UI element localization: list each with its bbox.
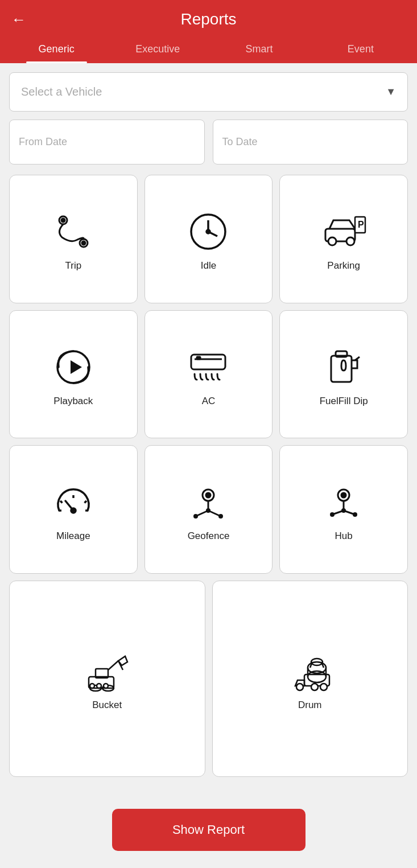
report-item-idle[interactable]: Idle bbox=[144, 175, 273, 303]
svg-line-47 bbox=[108, 661, 118, 670]
playback-label: Playback bbox=[53, 396, 93, 407]
idle-icon bbox=[185, 209, 231, 254]
drum-label: Drum bbox=[298, 700, 322, 711]
report-item-geofence[interactable]: Geofence bbox=[144, 445, 273, 574]
fuelfill-label: FuelFill Dip bbox=[320, 396, 368, 407]
svg-point-49 bbox=[90, 684, 94, 688]
svg-point-42 bbox=[341, 508, 346, 513]
report-item-fuelfill[interactable]: FuelFill Dip bbox=[279, 310, 408, 439]
svg-rect-18 bbox=[336, 351, 347, 357]
date-row: From Date To Date bbox=[9, 120, 408, 164]
tab-generic[interactable]: Generic bbox=[6, 35, 107, 63]
svg-line-21 bbox=[60, 501, 63, 503]
tab-bar: Generic Executive Smart Event bbox=[0, 35, 417, 63]
drum-icon bbox=[287, 648, 333, 694]
svg-point-7 bbox=[207, 230, 210, 233]
report-item-ac[interactable]: AC bbox=[144, 310, 273, 439]
trip-label: Trip bbox=[65, 260, 82, 271]
report-item-hub[interactable]: Hub bbox=[279, 445, 408, 574]
page-title: Reports bbox=[180, 10, 236, 28]
report-grid: Trip Idle P bbox=[9, 175, 408, 574]
ac-label: AC bbox=[202, 396, 216, 407]
svg-rect-16 bbox=[197, 357, 200, 359]
bucket-label: Bucket bbox=[92, 700, 122, 711]
svg-point-50 bbox=[97, 684, 101, 688]
hub-icon bbox=[321, 479, 366, 525]
svg-point-34 bbox=[206, 508, 210, 513]
to-date-field[interactable]: To Date bbox=[213, 120, 408, 164]
vehicle-select-dropdown[interactable]: Select a Vehicle ▼ bbox=[9, 72, 408, 112]
bucket-icon bbox=[84, 648, 130, 694]
parking-label: Parking bbox=[327, 260, 360, 271]
svg-point-40 bbox=[330, 512, 335, 517]
header: ← Reports Generic Executive Smart Event bbox=[0, 0, 417, 63]
svg-point-3 bbox=[82, 241, 85, 245]
svg-point-51 bbox=[104, 684, 108, 688]
svg-point-32 bbox=[193, 514, 198, 519]
svg-point-28 bbox=[206, 493, 210, 497]
svg-point-54 bbox=[311, 684, 318, 690]
dropdown-arrow-icon: ▼ bbox=[386, 86, 396, 98]
geofence-label: Geofence bbox=[188, 530, 230, 542]
report-item-bucket[interactable]: Bucket bbox=[9, 581, 205, 777]
header-top: ← Reports bbox=[0, 0, 417, 35]
svg-point-33 bbox=[218, 514, 223, 519]
hub-label: Hub bbox=[335, 530, 353, 542]
svg-point-9 bbox=[328, 237, 336, 245]
svg-point-36 bbox=[341, 493, 346, 497]
from-date-label: From Date bbox=[19, 136, 67, 147]
report-item-drum[interactable]: Drum bbox=[212, 581, 408, 777]
svg-line-23 bbox=[84, 501, 86, 503]
back-button[interactable]: ← bbox=[11, 11, 26, 28]
report-item-playback[interactable]: Playback bbox=[9, 310, 138, 439]
svg-text:P: P bbox=[358, 220, 364, 229]
tab-smart[interactable]: Smart bbox=[209, 35, 310, 63]
report-item-trip[interactable]: Trip bbox=[9, 175, 138, 303]
svg-point-10 bbox=[346, 237, 354, 245]
fuelfill-icon bbox=[321, 344, 366, 390]
svg-point-53 bbox=[296, 684, 303, 690]
idle-label: Idle bbox=[201, 260, 216, 271]
playback-icon bbox=[51, 344, 96, 390]
geofence-icon bbox=[185, 479, 231, 525]
ac-icon bbox=[185, 344, 231, 390]
tab-event[interactable]: Event bbox=[310, 35, 411, 63]
to-date-label: To Date bbox=[222, 136, 258, 147]
content-area: Select a Vehicle ▼ From Date To Date Tri… bbox=[0, 63, 417, 845]
from-date-field[interactable]: From Date bbox=[9, 120, 205, 164]
trip-icon bbox=[51, 209, 96, 254]
vehicle-select-placeholder: Select a Vehicle bbox=[21, 85, 102, 98]
svg-point-41 bbox=[353, 512, 357, 517]
report-grid-row2: Bucket Drum bbox=[9, 581, 408, 777]
report-item-mileage[interactable]: Mileage bbox=[9, 445, 138, 574]
parking-icon: P bbox=[321, 209, 366, 254]
svg-point-26 bbox=[71, 508, 76, 513]
mileage-label: Mileage bbox=[56, 530, 90, 542]
svg-point-55 bbox=[320, 684, 327, 690]
show-report-button[interactable]: Show Report bbox=[112, 809, 305, 851]
report-item-parking[interactable]: P Parking bbox=[279, 175, 408, 303]
mileage-icon bbox=[51, 479, 96, 525]
svg-point-1 bbox=[61, 219, 65, 222]
tab-executive[interactable]: Executive bbox=[107, 35, 208, 63]
